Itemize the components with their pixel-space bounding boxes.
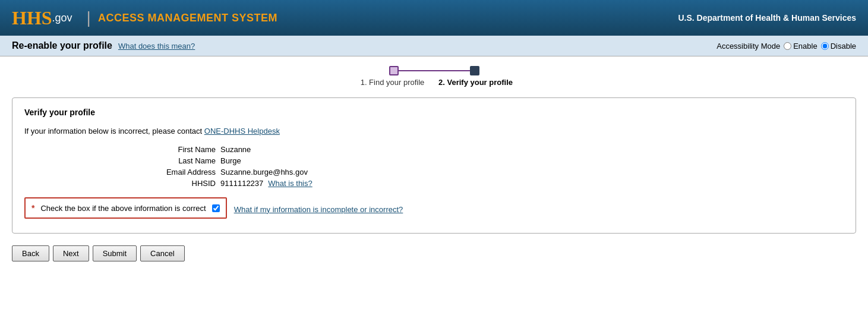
enable-radio[interactable] bbox=[784, 42, 791, 50]
step1-label: 1. Find your profile bbox=[351, 78, 434, 87]
step2-label: 2. Verify your profile bbox=[434, 78, 517, 87]
info-text: If your information below is incorrect, … bbox=[24, 127, 844, 135]
step1-circle bbox=[389, 66, 399, 75]
enable-radio-label[interactable]: Enable bbox=[784, 42, 817, 51]
buttons-row: Back Next Submit Cancel bbox=[0, 239, 868, 267]
email-value: Suzanne.burge@hhs.gov bbox=[220, 168, 308, 176]
helpdesk-link[interactable]: ONE-DHHS Helpdesk bbox=[204, 127, 280, 135]
main-content: Verify your profile If your information … bbox=[0, 92, 868, 239]
hhsid-value: 9111112237 bbox=[220, 179, 263, 188]
cancel-button[interactable]: Cancel bbox=[140, 245, 184, 261]
hhsid-row: HHSID 9111112237 What is this? bbox=[143, 179, 844, 188]
verify-card: Verify your profile If your information … bbox=[12, 97, 856, 234]
steps-area: 1. Find your profile 2. Verify your prof… bbox=[0, 56, 868, 92]
steps-labels: 1. Find your profile 2. Verify your prof… bbox=[351, 78, 517, 87]
checkbox-label-text: Check the box if the above information i… bbox=[40, 204, 206, 213]
card-title: Verify your profile bbox=[24, 108, 844, 117]
email-row: Email Address Suzanne.burge@hhs.gov bbox=[143, 168, 844, 176]
what-does-this-mean-link[interactable]: What does this mean? bbox=[118, 42, 195, 51]
gov-text: .gov bbox=[52, 12, 72, 24]
sub-header: Re-enable your profile What does this me… bbox=[0, 36, 868, 56]
disable-label: Disable bbox=[831, 42, 856, 51]
first-name-value: Suzanne bbox=[220, 145, 251, 154]
disable-radio-label[interactable]: Disable bbox=[821, 42, 856, 51]
back-button[interactable]: Back bbox=[12, 245, 49, 261]
last-name-row: Last Name Burge bbox=[143, 156, 844, 165]
site-header: HHS .gov | ACCESS MANAGEMENT SYSTEM U.S.… bbox=[0, 0, 868, 36]
accessibility-label: Accessibility Mode bbox=[717, 42, 780, 51]
dept-name: U.S. Department of Health & Human Servic… bbox=[678, 13, 856, 23]
next-button[interactable]: Next bbox=[53, 245, 89, 261]
email-label: Email Address bbox=[143, 168, 220, 176]
enable-label: Enable bbox=[793, 42, 817, 51]
hhsid-label: HHSID bbox=[143, 179, 220, 188]
what-is-this-link[interactable]: What is this? bbox=[268, 179, 312, 188]
system-title: ACCESS MANAGEMENT SYSTEM bbox=[98, 12, 277, 24]
submit-button[interactable]: Submit bbox=[93, 245, 137, 261]
profile-table: First Name Suzanne Last Name Burge Email… bbox=[143, 145, 844, 188]
page-title-area: Re-enable your profile What does this me… bbox=[12, 40, 195, 51]
last-name-value: Burge bbox=[220, 156, 241, 165]
incorrect-link[interactable]: What if my information is incomplete or … bbox=[234, 205, 403, 214]
accessibility-area: Accessibility Mode Enable Disable bbox=[717, 42, 856, 51]
hhs-logo: HHS bbox=[12, 7, 52, 29]
steps-track bbox=[389, 66, 479, 75]
step2-circle bbox=[470, 66, 479, 75]
first-name-row: First Name Suzanne bbox=[143, 145, 844, 154]
logo-area: HHS .gov | ACCESS MANAGEMENT SYSTEM bbox=[12, 7, 277, 29]
correct-checkbox[interactable] bbox=[212, 204, 220, 212]
required-star: * bbox=[31, 203, 34, 213]
info-text-before: If your information below is incorrect, … bbox=[24, 127, 204, 135]
checkbox-row: * Check the box if the above information… bbox=[24, 197, 227, 219]
first-name-label: First Name bbox=[143, 145, 220, 154]
page-title: Re-enable your profile bbox=[12, 40, 112, 51]
disable-radio[interactable] bbox=[821, 42, 829, 50]
step-line bbox=[399, 70, 470, 71]
last-name-label: Last Name bbox=[143, 156, 220, 165]
checkbox-row-outer: * Check the box if the above information… bbox=[24, 197, 844, 221]
header-divider: | bbox=[87, 8, 91, 27]
